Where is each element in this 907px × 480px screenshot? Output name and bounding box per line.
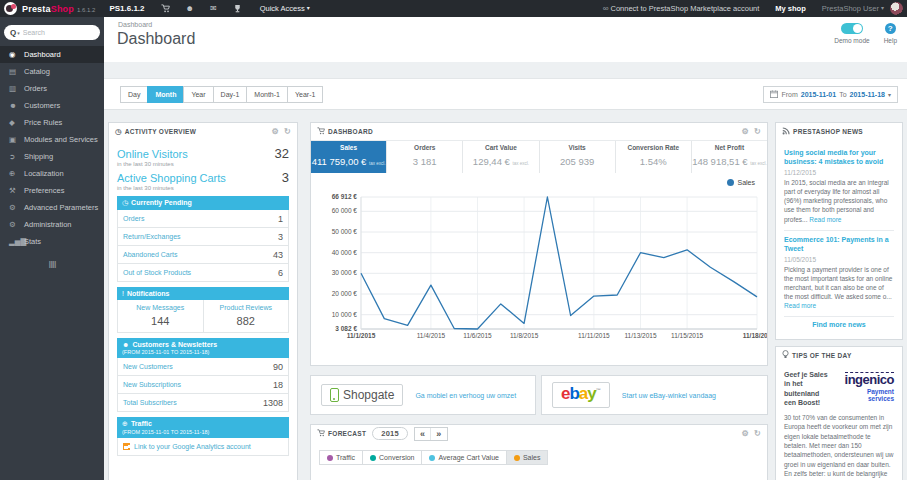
sidebar-search-input[interactable] <box>23 29 81 36</box>
avatar[interactable] <box>890 2 903 15</box>
range-button-month[interactable]: Month <box>147 86 183 103</box>
sidebar-item-administration[interactable]: ⚙Administration <box>0 216 104 233</box>
gear-icon[interactable]: ⚙ <box>742 127 749 136</box>
cart-icon[interactable] <box>161 4 170 13</box>
sales-line-chart: 3 082 €10 000 €20 000 €30 000 €40 000 €5… <box>311 173 767 345</box>
marketplace-link[interactable]: ∞Connect to PrestaShop Marketplace accou… <box>603 4 760 13</box>
kpi-net-profit[interactable]: Net Profit148 918,51 € tax excl. <box>692 141 767 173</box>
product-reviews-cell[interactable]: Product Reviews882 <box>203 300 289 332</box>
sidebar-item-label: Dashboard <box>24 50 61 59</box>
ebay-logo: ebay™ <box>552 382 610 408</box>
range-button-year[interactable]: Year <box>183 86 212 103</box>
demo-mode-toggle[interactable] <box>841 23 863 34</box>
online-visitors-link[interactable]: Online Visitors <box>117 148 188 160</box>
date-range-picker[interactable]: From 2015-11-01 To 2015-11-18 ▾ <box>763 86 898 103</box>
trophy-icon[interactable] <box>233 4 242 13</box>
row-value: 1 <box>278 214 283 224</box>
sidebar-item-localization[interactable]: ⊕Localization <box>0 165 104 182</box>
range-button-year-1[interactable]: Year-1 <box>287 86 323 103</box>
globe-icon: ⊕ <box>122 420 128 427</box>
sidebar-item-label: Advanced Parameters <box>24 203 98 212</box>
range-button-day[interactable]: Day <box>120 86 147 103</box>
sidebar-item-preferences[interactable]: ⚒Preferences <box>0 182 104 199</box>
news-item-date: 11/05/2015 <box>784 256 894 263</box>
customers-newsletters-header: ☻Customers & Newsletters(FROM 2015-11-01… <box>117 338 289 358</box>
traffic-dot <box>327 455 333 461</box>
pending-row-out-of-stock[interactable]: Out of Stock Products6 <box>117 264 289 282</box>
forecast-year-pill[interactable]: 2015 <box>372 427 408 440</box>
sidebar-item-label: Price Rules <box>24 118 62 127</box>
next-year-button[interactable]: » <box>430 428 446 440</box>
shopgate-link[interactable]: Ga mobiel en verhoog uw omzet <box>415 392 516 399</box>
forecast-legend: Traffic Conversion Average Cart Value Sa… <box>319 450 548 465</box>
ebay-link[interactable]: Start uw eBay-winkel vandaag <box>622 392 716 399</box>
my-shop-link[interactable]: My shop <box>775 4 805 13</box>
row-value: 1308 <box>263 398 283 408</box>
find-more-news-link[interactable]: Find more news <box>784 321 894 328</box>
kpi-visits[interactable]: Visits205 939 <box>540 141 616 173</box>
sidebar-item-customers[interactable]: ☻Customers <box>0 97 104 114</box>
user-menu[interactable]: PrestaShop User ▾ <box>822 4 884 13</box>
shopgate-banner[interactable]: Shopgate Ga mobiel en verhoog uw omzet <box>310 375 536 415</box>
activity-panel-header: ◷ ACTIVITY OVERVIEW ⚙↻ <box>109 123 297 140</box>
kpi-sales[interactable]: Sales411 759,00 € tax excl. <box>311 141 387 173</box>
refresh-icon[interactable]: ↻ <box>754 127 761 136</box>
news-item-title[interactable]: Using social media for your business: 4 … <box>784 148 894 166</box>
news-item-title[interactable]: Ecommerce 101: Payments in a Tweet <box>784 235 894 253</box>
notifications-title: Notifications <box>127 290 169 297</box>
pending-row-returns[interactable]: Return/Exchanges3 <box>117 228 289 246</box>
search-scope[interactable]: Q <box>10 28 16 37</box>
legend-conversion[interactable]: Conversion <box>362 451 421 464</box>
legend-average-cart-value[interactable]: Average Cart Value <box>421 451 505 464</box>
previous-year-button[interactable]: « <box>415 428 430 440</box>
shop-name[interactable]: PS1.6.1.2 <box>109 4 144 13</box>
active-carts-link[interactable]: Active Shopping Carts <box>117 172 226 184</box>
sidebar-search: Q ▾ <box>4 25 100 40</box>
new-customers-row[interactable]: New Customers90 <box>117 358 289 376</box>
range-button-month-1[interactable]: Month-1 <box>246 86 287 103</box>
read-more-link[interactable]: Read more <box>784 302 816 309</box>
envelope-icon[interactable]: ✉ <box>210 5 217 13</box>
dashboard-panel-header: DASHBOARD ⚙↻ <box>311 123 767 140</box>
new-messages-cell[interactable]: New Messages144 <box>118 300 203 332</box>
range-button-group: Day Month Year Day-1 Month-1 Year-1 <box>120 86 323 103</box>
kpi-value: 129,44 € tax excl. <box>463 156 538 167</box>
gear-icon[interactable]: ⚙ <box>272 127 279 136</box>
chart-legend[interactable]: Sales <box>727 179 755 186</box>
total-subscribers-row[interactable]: Total Subscribers1308 <box>117 394 289 412</box>
legend-traffic[interactable]: Traffic <box>320 451 362 464</box>
refresh-icon[interactable]: ↻ <box>284 127 291 136</box>
sidebar-item-modules[interactable]: ▣Modules and Services <box>0 131 104 148</box>
sidebar-item-stats[interactable]: ▂▅▇Stats <box>0 233 104 250</box>
new-subscriptions-row[interactable]: New Subscriptions18 <box>117 376 289 394</box>
kpi-orders[interactable]: Orders3 181 <box>387 141 463 173</box>
date-range-toolbar: Day Month Year Day-1 Month-1 Year-1 From… <box>104 78 907 110</box>
user-icon[interactable]: ☻ <box>186 5 194 13</box>
chevron-down-icon: ▾ <box>17 30 20 36</box>
ebay-banner[interactable]: ebay™ Start uw eBay-winkel vandaag <box>541 375 768 415</box>
row-value: 6 <box>278 268 283 278</box>
google-analytics-link-row[interactable]: Link to your Google Analytics account <box>117 438 289 456</box>
quick-access-menu[interactable]: Quick Access ▾ <box>260 4 310 13</box>
refresh-icon[interactable]: ↻ <box>754 429 761 438</box>
help-icon[interactable]: ? <box>885 23 896 34</box>
sidebar-item-catalog[interactable]: ▤Catalog <box>0 63 104 80</box>
read-more-link[interactable]: Read more <box>809 216 841 223</box>
gear-icon[interactable]: ⚙ <box>742 429 749 438</box>
news-item: Ecommerce 101: Payments in a Tweet 11/05… <box>784 231 894 318</box>
sidebar-menu: ◉Dashboard ▤Catalog ▥Orders ☻Customers ◆… <box>0 46 104 250</box>
pending-row-orders[interactable]: Orders1 <box>117 210 289 228</box>
sidebar-item-dashboard[interactable]: ◉Dashboard <box>0 46 104 63</box>
kpi-conversion-rate[interactable]: Conversion Rate1.54% <box>616 141 692 173</box>
sidebar-collapse-toggle[interactable]: ‖‖ <box>0 260 104 270</box>
sidebar-item-orders[interactable]: ▥Orders <box>0 80 104 97</box>
person-icon: ☻ <box>122 341 129 348</box>
sidebar-item-advanced-parameters[interactable]: ⚙Advanced Parameters <box>0 199 104 216</box>
sidebar-item-price-rules[interactable]: ◆Price Rules <box>0 114 104 131</box>
kpi-cart-value[interactable]: Cart Value129,44 € tax excl. <box>463 141 539 173</box>
range-button-day-1[interactable]: Day-1 <box>213 86 247 103</box>
legend-sales[interactable]: Sales <box>506 451 548 464</box>
breadcrumb[interactable]: Dashboard <box>118 21 152 28</box>
pending-row-abandoned-carts[interactable]: Abandoned Carts43 <box>117 246 289 264</box>
sidebar-item-shipping[interactable]: ➲Shipping <box>0 148 104 165</box>
